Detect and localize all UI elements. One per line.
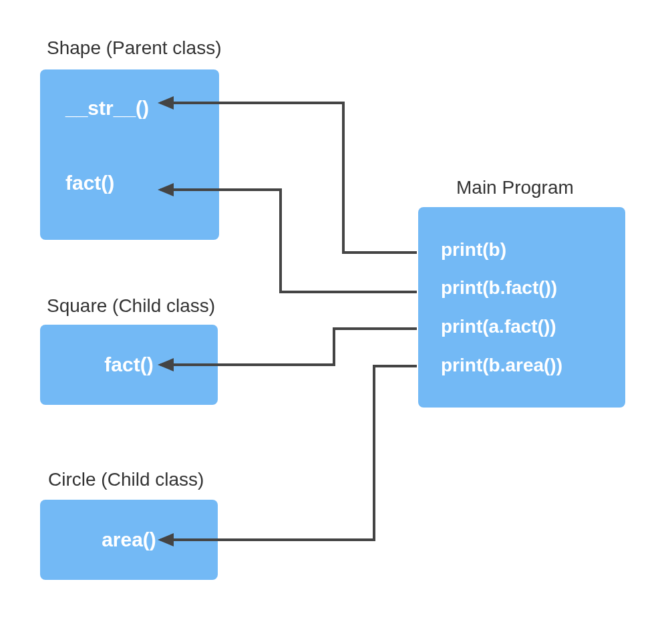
main-label: Main Program xyxy=(456,177,574,198)
main-line-print-b: print(b) xyxy=(441,238,506,261)
shape-method-str: __str__() xyxy=(65,96,149,120)
main-line-print-b-fact: print(b.fact()) xyxy=(441,277,557,299)
square-box: fact() xyxy=(40,325,218,405)
circle-label: Circle (Child class) xyxy=(48,469,204,490)
circle-box: area() xyxy=(40,500,218,580)
square-method-fact: fact() xyxy=(104,353,153,377)
shape-box: __str__() fact() xyxy=(40,69,219,240)
shape-label: Shape (Parent class) xyxy=(47,37,221,59)
main-box: print(b) print(b.fact()) print(a.fact())… xyxy=(418,207,625,408)
square-label: Square (Child class) xyxy=(47,295,215,317)
diagram-canvas: Shape (Parent class) Square (Child class… xyxy=(0,0,672,636)
main-line-print-a-fact: print(a.fact()) xyxy=(441,315,556,338)
shape-method-fact: fact() xyxy=(65,171,114,195)
main-line-print-b-area: print(b.area()) xyxy=(441,354,562,377)
circle-method-area: area() xyxy=(102,528,156,552)
